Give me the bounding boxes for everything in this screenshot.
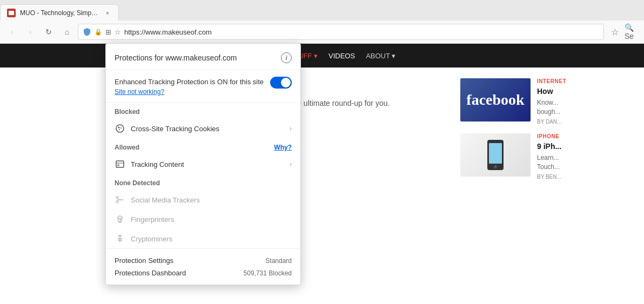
tracking-content-row[interactable]: Tracking Content › bbox=[106, 154, 300, 174]
sidebar-article-1[interactable]: facebook INTERNET How Know...bough... BY… bbox=[460, 78, 633, 125]
cross-site-cookies-label: Cross-Site Tracking Cookies bbox=[131, 125, 219, 133]
cryptominer-icon bbox=[115, 233, 125, 244]
back-button[interactable]: ‹ bbox=[4, 24, 19, 39]
tracking-content-label: Tracking Content bbox=[131, 160, 184, 168]
fingerprinters-label: Fingerprinters bbox=[131, 215, 174, 224]
protection-settings-row: Protection Settings Standard bbox=[115, 254, 292, 267]
none-detected-label: None Detected bbox=[106, 174, 300, 190]
protection-settings-label[interactable]: Protection Settings bbox=[115, 256, 173, 265]
sidebar-category-2: IPHONE bbox=[537, 133, 633, 139]
svg-point-4 bbox=[118, 127, 120, 129]
bookmark-icon: ☆ bbox=[115, 28, 121, 36]
sidebar-author-1: BY DAN... bbox=[537, 119, 633, 125]
toolbar-right: ☆ 🔍 Se bbox=[607, 24, 640, 39]
sidebar-title-2: 9 iPh... bbox=[537, 141, 633, 151]
sidebar-title-1: How bbox=[537, 86, 633, 96]
sidebar-thumb-1: facebook bbox=[460, 78, 531, 121]
toggle-section: Enhanced Tracking Protection is ON for t… bbox=[106, 70, 300, 103]
favorites-button[interactable]: ☆ bbox=[607, 24, 622, 39]
address-bar[interactable]: 🔒 ⊞ ☆ https://www.makeuseof.com bbox=[78, 24, 604, 40]
tab-title: MUO - Technology, Simplified. bbox=[20, 9, 99, 17]
site-not-working-link[interactable]: Site not working? bbox=[115, 88, 264, 96]
svg-point-5 bbox=[120, 127, 122, 129]
cryptominers-row: Cryptominers bbox=[106, 229, 300, 248]
svg-rect-9 bbox=[117, 164, 119, 166]
toggle-main-label: Enhanced Tracking Protection is ON for t… bbox=[115, 78, 264, 86]
browser-tab[interactable]: MUO - Technology, Simplified. × bbox=[0, 4, 119, 21]
shield-icon bbox=[83, 28, 91, 36]
facebook-image: facebook bbox=[460, 78, 531, 121]
svg-point-6 bbox=[119, 129, 120, 130]
dashboard-label[interactable]: Protections Dashboard bbox=[115, 269, 186, 277]
site-navigation: & MOBILE ▾ LIFESTYLE ▾ HARDWARE ▾ FREE S… bbox=[0, 44, 644, 67]
sidebar-article-text-1: INTERNET How Know...bough... BY DAN... bbox=[537, 78, 633, 125]
cross-site-tracking-cookies-row[interactable]: Cross-Site Tracking Cookies › bbox=[106, 119, 300, 138]
nav-videos[interactable]: VIDEOS bbox=[328, 52, 355, 60]
protection-settings-value: Standard bbox=[265, 257, 292, 265]
tracking-content-icon bbox=[115, 159, 125, 170]
site-content-area: ng Announced at MWC 2021 king for everyt… bbox=[0, 67, 644, 191]
lock-icon: 🔒 bbox=[95, 28, 102, 36]
browser-chrome: MUO - Technology, Simplified. × ‹ › ↻ ⌂ … bbox=[0, 0, 644, 44]
forward-button[interactable]: › bbox=[23, 24, 38, 39]
tracking-protection-toggle[interactable] bbox=[270, 77, 292, 89]
cookie-icon bbox=[115, 123, 125, 134]
sidebar-articles: facebook INTERNET How Know...bough... BY… bbox=[460, 78, 633, 180]
sidebar-thumb-2 bbox=[460, 133, 531, 177]
sidebar-desc-1: Know...bough... bbox=[537, 98, 633, 117]
tab-close-button[interactable]: × bbox=[103, 9, 112, 17]
social-media-trackers-label: Social Media Trackers bbox=[131, 196, 200, 204]
phone-image bbox=[460, 133, 531, 177]
reader-icon: ⊞ bbox=[105, 28, 111, 36]
fingerprint-icon bbox=[115, 214, 125, 225]
tracker-left-content: Tracking Content bbox=[115, 159, 184, 170]
sidebar-category-1: INTERNET bbox=[537, 78, 633, 84]
info-icon[interactable]: i bbox=[281, 52, 292, 63]
popup-title: Protections for www.makeuseof.com bbox=[115, 53, 237, 62]
nav-about[interactable]: ABOUT ▾ bbox=[366, 52, 395, 60]
popup-header: Protections for www.makeuseof.com i bbox=[106, 44, 300, 70]
home-button[interactable]: ⌂ bbox=[59, 24, 75, 39]
svg-point-2 bbox=[494, 165, 497, 168]
fingerprinters-row: Fingerprinters bbox=[106, 210, 300, 229]
browser-toolbar: ‹ › ↻ ⌂ 🔒 ⊞ ☆ https://www.makeuseof.com bbox=[0, 21, 644, 43]
reload-button[interactable]: ↻ bbox=[41, 24, 56, 39]
sidebar-article-text-2: IPHONE 9 iPh... Learn...Touch... BY BEN.… bbox=[537, 133, 633, 180]
dashboard-row: Protections Dashboard 509,731 Blocked bbox=[115, 267, 292, 279]
tracker-left: Cross-Site Tracking Cookies bbox=[115, 123, 219, 134]
sidebar-author-2: BY BEN... bbox=[537, 174, 633, 180]
url-text: https://www.makeuseof.com bbox=[124, 28, 599, 36]
why-link[interactable]: Why? bbox=[274, 144, 292, 151]
toggle-row: Enhanced Tracking Protection is ON for t… bbox=[115, 77, 292, 96]
svg-point-3 bbox=[116, 125, 124, 132]
social-media-icon bbox=[115, 194, 125, 205]
social-media-trackers-row: Social Media Trackers bbox=[106, 190, 300, 210]
sidebar-article-2[interactable]: IPHONE 9 iPh... Learn...Touch... BY BEN.… bbox=[460, 133, 633, 180]
dashboard-value: 509,731 Blocked bbox=[244, 269, 292, 277]
allowed-label: Allowed bbox=[115, 144, 139, 151]
toggle-knob bbox=[281, 78, 291, 87]
allowed-label-row: Allowed Why? bbox=[106, 138, 300, 154]
blocked-label: Blocked bbox=[106, 103, 300, 119]
toggle-label-area: Enhanced Tracking Protection is ON for t… bbox=[115, 77, 264, 96]
cryptominers-label: Cryptominers bbox=[131, 235, 172, 243]
popup-footer: Protection Settings Standard Protections… bbox=[106, 248, 300, 285]
chevron-right-icon: › bbox=[290, 125, 292, 132]
tab-bar: MUO - Technology, Simplified. × bbox=[0, 0, 644, 21]
search-button[interactable]: 🔍 Se bbox=[625, 24, 640, 39]
tracking-content-chevron: › bbox=[290, 160, 292, 168]
website-content: & MOBILE ▾ LIFESTYLE ▾ HARDWARE ▾ FREE S… bbox=[0, 44, 644, 304]
tracking-protection-popup: Protections for www.makeuseof.com i Enha… bbox=[105, 43, 301, 285]
svg-rect-1 bbox=[489, 143, 502, 164]
sidebar-desc-2: Learn...Touch... bbox=[537, 153, 633, 172]
tab-favicon bbox=[7, 9, 16, 17]
